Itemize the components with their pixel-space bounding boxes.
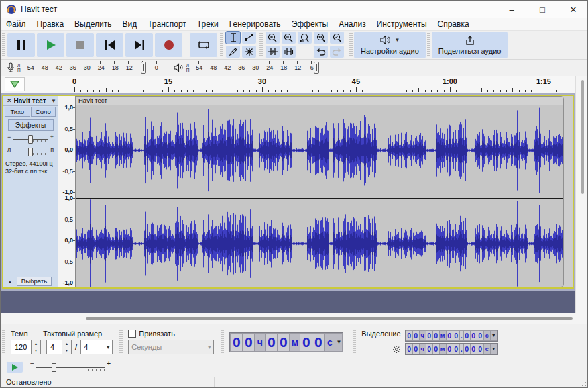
- time-digit[interactable]: 0: [426, 331, 432, 340]
- pinned-play-head-toggle[interactable]: [5, 77, 25, 91]
- time-digit[interactable]: 0: [447, 331, 453, 340]
- menu-item-правка[interactable]: Правка: [32, 18, 70, 30]
- time-digit[interactable]: .: [460, 344, 463, 354]
- toolbar-grip[interactable]: [221, 330, 224, 354]
- tempo-spin-arrows[interactable]: ▲▼: [32, 340, 41, 354]
- time-digit[interactable]: 0: [453, 331, 459, 340]
- spin-up-icon[interactable]: ▲: [62, 340, 71, 347]
- vertical-scrollbar-thumb[interactable]: [581, 80, 584, 194]
- menu-item-инструменты[interactable]: Инструменты: [371, 18, 432, 30]
- zoom-toggle-button[interactable]: [329, 31, 345, 44]
- playback-speed-slider[interactable]: − +: [30, 361, 111, 373]
- vertical-scrollbar[interactable]: [575, 76, 588, 313]
- gain-slider-thumb[interactable]: [28, 135, 33, 144]
- speed-slider-thumb[interactable]: [52, 363, 56, 372]
- meter-gain-slider-thumb[interactable]: [141, 62, 146, 74]
- toolbar-grip[interactable]: [220, 33, 223, 57]
- skip-to-end-button[interactable]: [125, 32, 154, 58]
- time-format-caret-icon[interactable]: ▼: [491, 344, 497, 354]
- gear-icon[interactable]: [392, 345, 401, 354]
- toolbar-grip[interactable]: [2, 33, 5, 57]
- time-digit[interactable]: 0: [406, 344, 412, 354]
- time-format-caret-icon[interactable]: ▼: [491, 331, 497, 340]
- minimize-button[interactable]: –: [496, 1, 527, 18]
- window-resize-grip[interactable]: [581, 382, 586, 387]
- select-track-button[interactable]: Выбрать: [17, 277, 52, 286]
- time-digit[interactable]: 0: [300, 334, 312, 351]
- toolbar-grip[interactable]: [2, 330, 5, 354]
- menu-item-транспорт[interactable]: Транспорт: [142, 18, 192, 30]
- horizontal-scrollbar[interactable]: [1, 313, 588, 324]
- menu-item-эффекты[interactable]: Эффекты: [286, 18, 334, 30]
- audio-clip[interactable]: Havit тест: [76, 96, 564, 287]
- mute-button[interactable]: Тихо: [5, 107, 30, 117]
- recording-meter[interactable]: Л П -54-48-42-36-30-24-18-12-60: [7, 60, 164, 75]
- snap-checkbox-row[interactable]: Привязать: [128, 330, 214, 338]
- track-canvas[interactable]: Havit тест: [76, 96, 573, 287]
- time-digit[interactable]: 0: [433, 344, 439, 354]
- meter-gain-slider-thumb[interactable]: [314, 62, 319, 74]
- time-digit[interactable]: 0: [278, 334, 289, 351]
- waveform-channel-left[interactable]: [76, 105, 563, 195]
- time-digit[interactable]: 0: [433, 331, 439, 340]
- record-button[interactable]: [154, 32, 183, 58]
- gain-slider[interactable]: − +: [7, 134, 54, 145]
- play-at-speed-button[interactable]: [6, 361, 23, 373]
- redo-button[interactable]: [329, 45, 345, 58]
- tempo-spinner[interactable]: 120 ▲▼: [11, 340, 41, 354]
- time-digit[interactable]: 0: [413, 331, 419, 340]
- time-digit[interactable]: 0: [312, 334, 324, 351]
- trim-audio-button[interactable]: [265, 45, 280, 58]
- playback-meter[interactable]: Л П -54-48-42-36-30-24-18-12-6: [174, 60, 318, 75]
- toolbar-grip[interactable]: [2, 62, 5, 74]
- time-digit[interactable]: 0: [413, 344, 419, 354]
- snap-checkbox[interactable]: [128, 330, 136, 338]
- time-digit[interactable]: 0: [243, 334, 254, 351]
- selection-tool-button[interactable]: [225, 31, 241, 44]
- timeline-ruler[interactable]: 01530451:001:15: [1, 76, 588, 93]
- toolbar-grip[interactable]: [353, 330, 356, 354]
- pan-slider[interactable]: л п: [7, 146, 54, 158]
- audio-setup-button[interactable]: ▼ Настройки аудио: [354, 32, 426, 58]
- tempo-value[interactable]: 120: [11, 340, 32, 354]
- spin-down-icon[interactable]: ▼: [62, 347, 71, 354]
- selection-end-field[interactable]: 00ч00м00.000с▼: [405, 343, 498, 355]
- time-signature-lower-select[interactable]: 4 ▾: [80, 340, 113, 354]
- solo-button[interactable]: Соло: [31, 107, 56, 117]
- time-digit[interactable]: 0: [464, 331, 470, 340]
- time-digit[interactable]: 0: [231, 334, 242, 351]
- time-signature-spin-arrows[interactable]: ▲▼: [62, 340, 72, 354]
- menu-item-генерировать[interactable]: Генерировать: [224, 18, 286, 30]
- stop-button[interactable]: [66, 32, 95, 58]
- zoom-in-button[interactable]: [265, 31, 280, 44]
- skip-to-start-button[interactable]: [95, 32, 124, 58]
- menu-item-справка[interactable]: Справка: [432, 18, 475, 30]
- selection-start-field[interactable]: 00ч00м00.000с▼: [405, 330, 498, 342]
- time-digit[interactable]: 0: [426, 344, 432, 354]
- zoom-selection-button[interactable]: [297, 31, 312, 44]
- time-digit[interactable]: 0: [453, 344, 459, 354]
- menu-item-вид[interactable]: Вид: [117, 18, 142, 30]
- toolbar-grip[interactable]: [119, 330, 123, 354]
- multi-tool-button[interactable]: [241, 45, 257, 58]
- menu-item-выделить[interactable]: Выделить: [69, 18, 117, 30]
- toolbar-grip[interactable]: [169, 62, 172, 74]
- loop-button[interactable]: [189, 32, 218, 58]
- draw-tool-button[interactable]: [225, 45, 241, 58]
- menu-item-файл[interactable]: Файл: [1, 18, 32, 30]
- time-digit[interactable]: 0: [447, 344, 453, 354]
- close-button[interactable]: ✕: [558, 1, 588, 18]
- vertical-scale-ruler[interactable]: 1,00,50,0-0,5-1,01,00,50,0-0,5-1,0: [58, 96, 76, 287]
- time-digit[interactable]: .: [460, 331, 463, 340]
- undo-button[interactable]: [313, 45, 329, 58]
- menu-item-анализ[interactable]: Анализ: [333, 18, 371, 30]
- effects-button[interactable]: Эффекты: [8, 119, 54, 131]
- pause-button[interactable]: [7, 32, 36, 58]
- pan-slider-thumb[interactable]: [28, 148, 33, 156]
- track-menu-caret-icon[interactable]: ▼: [51, 98, 56, 104]
- zoom-out-button[interactable]: [281, 31, 296, 44]
- track-name[interactable]: Havit тест: [14, 97, 52, 105]
- time-digit[interactable]: 0: [477, 331, 483, 340]
- play-button[interactable]: [36, 32, 65, 58]
- audio-position-field[interactable]: 00ч00м00с▼: [229, 332, 343, 352]
